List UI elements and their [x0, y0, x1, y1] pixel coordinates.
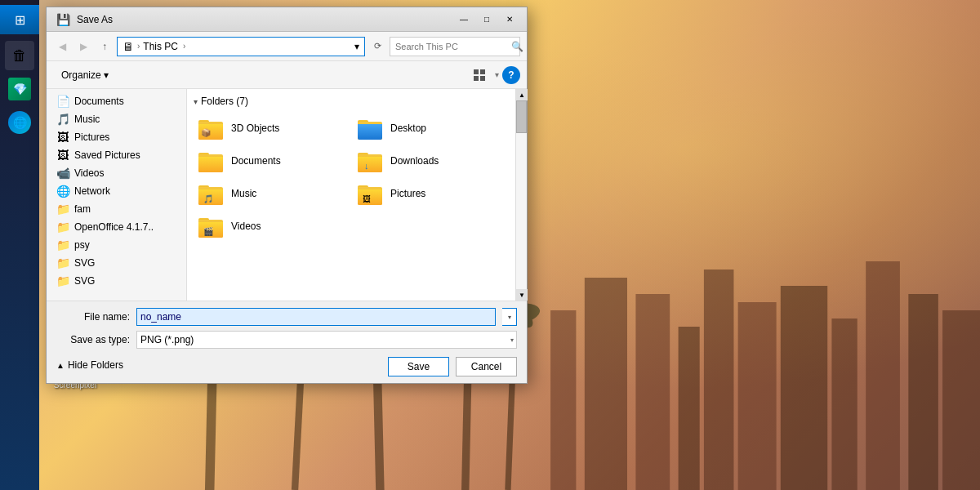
folders-grid: 📦 3D Objects Desktop [194, 114, 509, 241]
svg-rect-3 [679, 327, 700, 490]
forward-button[interactable]: ▶ [74, 38, 92, 56]
nav-item-saved-pictures-label: Saved Pictures [74, 149, 140, 161]
dialog-content-area: 📄 Documents 🎵 Music 🖼 Pictures 🖼 Saved P… [47, 89, 527, 301]
folder-3d-objects[interactable]: 📦 3D Objects [194, 114, 350, 143]
nav-item-network[interactable]: 🌐 Network [47, 182, 186, 200]
svg-rect-32 [474, 76, 479, 81]
organize-chevron: ▾ [104, 69, 109, 81]
cancel-button[interactable]: Cancel [456, 357, 517, 376]
section-label: Folders (7) [201, 96, 248, 107]
start-button[interactable]: ⊞ [0, 5, 39, 34]
refresh-button[interactable]: ⟳ [368, 38, 386, 56]
folder-label-3d: 3D Objects [231, 122, 279, 134]
svg-rect-33 [480, 76, 485, 81]
nav-item-videos[interactable]: 📹 Videos [47, 164, 186, 182]
folder-icon-downloads: ↓ [358, 149, 384, 172]
saved-pictures-icon: 🖼 [56, 149, 69, 162]
search-box: 🔍 [390, 37, 520, 56]
network-icon: 🌐 [56, 185, 69, 198]
organize-button[interactable]: Organize ▾ [53, 65, 117, 86]
nav-item-psy[interactable]: 📁 psy [47, 236, 186, 254]
dialog-title-area: 💾 Save As [56, 13, 113, 26]
filetype-select-wrapper: PNG (*.png) JPEG (*.jpg) BMP (*.bmp) GIF… [136, 331, 517, 349]
scroll-track[interactable] [516, 100, 527, 289]
toolbar: Organize ▾ ▾ ? [47, 61, 527, 89]
nav-item-openoffice-label: OpenOffice 4.1.7.. [74, 221, 154, 233]
nav-item-svg1[interactable]: 📁 SVG [47, 254, 186, 272]
taskbar-sims[interactable]: 💎 [5, 74, 34, 104]
maximize-button[interactable]: □ [476, 11, 497, 28]
filename-dropdown-arrow[interactable]: ▾ [502, 308, 517, 326]
up-button[interactable]: ↑ [96, 38, 114, 56]
scroll-thumb[interactable] [516, 100, 527, 133]
svg-rect-4 [704, 270, 734, 490]
pictures-icon: 🖼 [56, 131, 69, 144]
filetype-select[interactable]: PNG (*.png) JPEG (*.jpg) BMP (*.bmp) GIF… [136, 331, 517, 349]
svg-rect-8 [866, 261, 900, 490]
nav-item-svg1-label: SVG [74, 257, 95, 269]
address-dropdown-arrow[interactable]: ▾ [354, 41, 359, 52]
nav-item-music[interactable]: 🎵 Music [47, 110, 186, 128]
folder-pictures[interactable]: 🖼 Pictures [353, 179, 509, 208]
save-button[interactable]: Save [388, 357, 449, 376]
folder-downloads[interactable]: ↓ Downloads [353, 146, 509, 176]
folder-music[interactable]: 🎵 Music [194, 179, 350, 208]
path-separator: › [137, 42, 140, 51]
dialog-actions: Save Cancel [388, 357, 517, 376]
view-button[interactable] [469, 65, 492, 86]
close-button[interactable]: ✕ [499, 11, 520, 28]
nav-item-fam[interactable]: 📁 fam [47, 200, 186, 218]
nav-item-saved-pictures[interactable]: 🖼 Saved Pictures [47, 146, 186, 164]
nav-item-svg2-label: SVG [74, 275, 95, 287]
filetype-row: Save as type: PNG (*.png) JPEG (*.jpg) B… [56, 331, 517, 349]
filename-input[interactable] [136, 308, 496, 326]
folder-icon-pictures: 🖼 [358, 182, 384, 205]
folder-videos[interactable]: 🎬 Videos [194, 212, 350, 241]
folder-label-pictures: Pictures [390, 188, 425, 199]
path-separator-2: › [183, 42, 185, 51]
hide-folders-label: Hide Folders [68, 359, 123, 371]
dialog-titlebar: 💾 Save As — □ ✕ [47, 7, 527, 32]
minimize-button[interactable]: — [453, 11, 474, 28]
documents-icon: 📄 [56, 95, 69, 108]
scroll-up-arrow[interactable]: ▲ [516, 89, 528, 100]
nav-item-svg2[interactable]: 📁 SVG [47, 272, 186, 290]
desktop: ⊞ 🗑 💎 🌐 🗑 Recycle Bin 💾 EaseUS Data Reco… [0, 0, 980, 490]
svg2-folder-icon: 📁 [56, 274, 69, 287]
svg-rect-2 [635, 294, 670, 490]
nav-item-psy-label: psy [74, 239, 90, 251]
view-dropdown-arrow[interactable]: ▾ [495, 70, 499, 79]
nav-item-fam-label: fam [74, 203, 91, 215]
svg-rect-5 [738, 302, 777, 490]
hide-folders-button[interactable]: ▲ Hide Folders [56, 356, 123, 374]
taskbar-recycle-bin[interactable]: 🗑 [5, 41, 34, 70]
folder-desktop[interactable]: Desktop [353, 114, 509, 143]
svg-rect-30 [474, 69, 479, 74]
content-scrollbar[interactable]: ▲ ▼ [515, 89, 527, 301]
filename-label: File name: [56, 311, 130, 323]
scroll-down-arrow[interactable]: ▼ [516, 289, 528, 301]
back-button[interactable]: ◀ [53, 38, 71, 56]
dialog-window-controls: — □ ✕ [453, 11, 520, 28]
filename-row: File name: ▾ [56, 308, 517, 326]
svg1-folder-icon: 📁 [56, 256, 69, 270]
help-button[interactable]: ? [502, 66, 520, 84]
svg-rect-9 [908, 294, 938, 490]
taskbar-edge[interactable]: 🌐 [5, 108, 34, 137]
svg-rect-0 [550, 310, 576, 490]
folder-label-downloads: Downloads [390, 155, 439, 167]
filetype-label: Save as type: [56, 334, 130, 345]
nav-item-pictures[interactable]: 🖼 Pictures [47, 128, 186, 146]
address-path[interactable]: 🖥 › This PC › ▾ [117, 37, 365, 56]
nav-item-network-label: Network [74, 185, 110, 197]
folder-icon-3d: 📦 [198, 117, 225, 140]
folder-icon-desktop [358, 117, 384, 140]
section-chevron: ▾ [194, 97, 198, 106]
svg-rect-6 [781, 286, 827, 490]
search-input[interactable] [395, 42, 508, 51]
folder-icon-documents [198, 149, 225, 172]
address-this-pc: This PC [143, 41, 178, 52]
folder-documents[interactable]: Documents [194, 146, 350, 176]
nav-item-openoffice[interactable]: 📁 OpenOffice 4.1.7.. [47, 218, 186, 236]
nav-item-documents[interactable]: 📄 Documents [47, 92, 186, 110]
